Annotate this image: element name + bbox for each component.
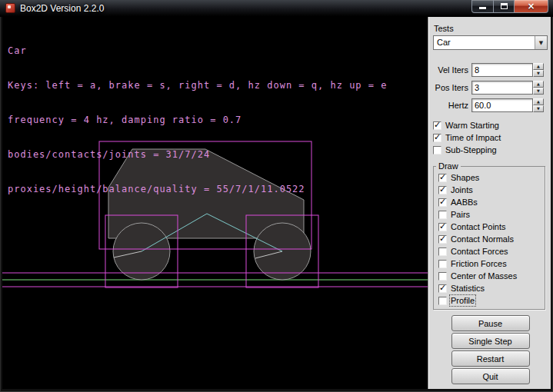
app-icon	[5, 3, 15, 13]
checkbox-box: ✓	[438, 284, 447, 293]
app-window: Box2D Version 2.2.0 ×	[0, 0, 553, 392]
checkbox-box: ✓	[433, 134, 441, 142]
checkbox-label: AABBs	[451, 198, 478, 207]
debug-text-overlay: Car Keys: left = a, brake = s, right = d…	[8, 22, 387, 218]
checkbox-box: ✓	[438, 260, 447, 268]
pos-iters-row: Pos Iters ▲ ▼	[433, 81, 548, 95]
checkbox-center-of-masses[interactable]: ✓ Center of Masses	[438, 270, 545, 282]
checkbox-contact-forces[interactable]: ✓ Contact Forces	[438, 245, 545, 257]
checkbox-label: Joints	[451, 185, 473, 194]
draw-group-label: Draw	[436, 161, 461, 171]
chevron-down-icon[interactable]: ▼	[535, 36, 547, 49]
checkbox-box: ✓	[438, 223, 447, 231]
simulation-canvas[interactable]: Car Keys: left = a, brake = s, right = d…	[2, 17, 428, 389]
tests-dropdown-value: Car	[434, 36, 535, 49]
checkbox-box: ✓	[433, 121, 441, 130]
test-title-text: Car	[8, 45, 387, 57]
pos-iters-input[interactable]	[471, 81, 533, 95]
checkmark-icon: ✓	[439, 184, 446, 194]
checkbox-joints[interactable]: ✓ Joints	[438, 184, 545, 196]
checkbox-box: ✓	[438, 198, 447, 207]
checkbox-pairs[interactable]: ✓ Pairs	[438, 208, 545, 221]
checkmark-icon: ✓	[434, 120, 441, 130]
checkbox-warm-starting[interactable]: ✓ Warm Starting	[433, 119, 548, 131]
checkbox-box: ✓	[438, 174, 447, 182]
action-buttons: Pause Single Step Restart Quit	[433, 315, 548, 384]
checkbox-box: ✓	[438, 247, 447, 256]
close-icon: ×	[527, 2, 535, 10]
checkmark-icon: ✓	[439, 221, 446, 231]
control-panel: Tests Car ▼ Vel Iters ▲ ▼ Pos Iters	[428, 17, 551, 389]
pos-iters-spinner: ▲ ▼	[533, 81, 544, 95]
maximize-icon	[501, 3, 508, 9]
draw-group: Draw ✓ Shapes ✓ Joints ✓ AABBs ✓ Pairs	[433, 161, 545, 310]
hertz-row: Hertz ▲ ▼	[433, 98, 548, 112]
solver-spinners: Vel Iters ▲ ▼ Pos Iters ▲ ▼ He	[433, 63, 548, 112]
checkbox-label: Friction Forces	[451, 259, 507, 268]
checkbox-label: Contact Points	[451, 222, 506, 231]
vel-iters-input[interactable]	[471, 63, 533, 77]
spinner-down-icon[interactable]: ▼	[533, 105, 544, 112]
checkmark-icon: ✓	[439, 197, 446, 207]
spinner-down-icon[interactable]: ▼	[533, 70, 544, 77]
checkbox-profile[interactable]: ✓ Profile	[438, 294, 545, 307]
checkbox-box: ✓	[438, 186, 447, 194]
spinner-down-icon[interactable]: ▼	[533, 88, 544, 95]
solver-checkboxes: ✓ Warm Starting ✓ Time of Impact ✓ Sub-S…	[433, 119, 548, 156]
vel-iters-row: Vel Iters ▲ ▼	[433, 63, 548, 77]
checkbox-shapes[interactable]: ✓ Shapes	[438, 171, 545, 184]
frequency-text: frequency = 4 hz, damping ratio = 0.7	[8, 115, 387, 126]
proxies-stats-text: proxies/height/balance/quality = 55/7/1/…	[8, 184, 387, 195]
checkbox-contact-points[interactable]: ✓ Contact Points	[438, 221, 545, 233]
tests-dropdown[interactable]: Car ▼	[433, 35, 548, 50]
checkbox-label: Pairs	[451, 210, 470, 219]
spinner-up-icon[interactable]: ▲	[533, 98, 544, 105]
checkbox-sub-stepping[interactable]: ✓ Sub-Stepping	[433, 144, 548, 156]
checkbox-box: ✓	[433, 146, 441, 154]
pos-iters-label: Pos Iters	[433, 83, 468, 92]
bodies-stats-text: bodies/contacts/joints = 31/7/24	[8, 149, 387, 161]
checkbox-box: ✓	[438, 297, 447, 305]
checkbox-label: Center of Masses	[451, 271, 517, 281]
maximize-button[interactable]	[493, 0, 515, 13]
window-content: Car Keys: left = a, brake = s, right = d…	[2, 17, 551, 389]
checkbox-box: ✓	[438, 211, 447, 219]
checkbox-aabbs[interactable]: ✓ AABBs	[438, 196, 545, 208]
checkbox-label: Statistics	[451, 284, 485, 293]
checkbox-statistics[interactable]: ✓ Statistics	[438, 282, 545, 294]
checkbox-label: Time of Impact	[445, 133, 501, 142]
checkbox-box: ✓	[438, 272, 447, 281]
single-step-button[interactable]: Single Step	[451, 333, 530, 349]
checkbox-label: Sub-Stepping	[445, 145, 497, 154]
hertz-spinner: ▲ ▼	[533, 98, 544, 112]
checkbox-label: Profile	[451, 296, 475, 305]
checkbox-label: Contact Normals	[451, 234, 514, 244]
hertz-input[interactable]	[471, 98, 533, 112]
restart-button[interactable]: Restart	[451, 350, 530, 367]
checkbox-contact-normals[interactable]: ✓ Contact Normals	[438, 233, 545, 245]
checkbox-friction-forces[interactable]: ✓ Friction Forces	[438, 257, 545, 270]
checkmark-icon: ✓	[439, 172, 446, 182]
checkmark-icon: ✓	[439, 283, 446, 293]
checkbox-box: ✓	[438, 235, 447, 244]
checkbox-label: Shapes	[451, 173, 479, 182]
keys-help-text: Keys: left = a, brake = s, right = d, hz…	[8, 80, 387, 91]
checkbox-label: Warm Starting	[445, 121, 499, 130]
checkmark-icon: ✓	[434, 132, 441, 142]
title-bar[interactable]: Box2D Version 2.2.0 ×	[0, 0, 553, 17]
spinner-up-icon[interactable]: ▲	[533, 81, 544, 88]
window-controls: ×	[472, 0, 548, 13]
quit-button[interactable]: Quit	[451, 368, 530, 384]
hertz-label: Hertz	[433, 101, 468, 110]
minimize-icon	[479, 7, 486, 9]
minimize-button[interactable]	[471, 0, 494, 13]
checkmark-icon: ✓	[439, 234, 446, 244]
pause-button[interactable]: Pause	[451, 315, 530, 331]
spinner-up-icon[interactable]: ▲	[533, 63, 544, 70]
tests-label: Tests	[434, 24, 548, 33]
vel-iters-spinner: ▲ ▼	[533, 63, 544, 77]
window-title: Box2D Version 2.2.0	[20, 3, 104, 14]
close-button[interactable]: ×	[514, 0, 548, 13]
vel-iters-label: Vel Iters	[433, 65, 468, 75]
checkbox-time-of-impact[interactable]: ✓ Time of Impact	[433, 131, 548, 144]
